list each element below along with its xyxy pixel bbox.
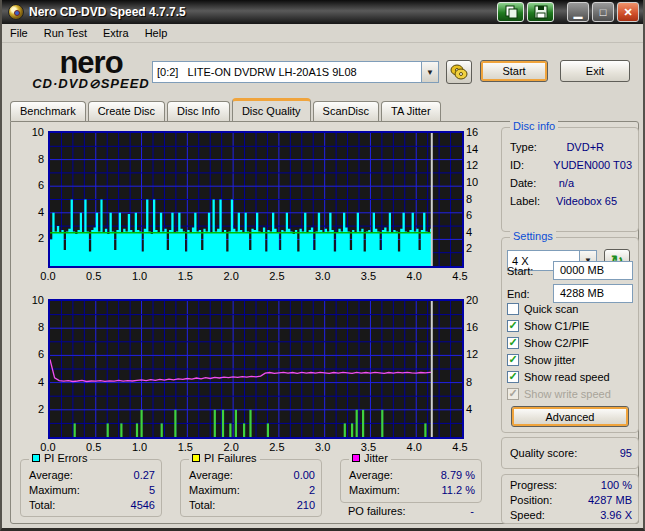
disc-type-row: Type:DVD+R <box>510 141 632 153</box>
checkbox-label: Show C2/PIF <box>524 337 589 349</box>
menu-file[interactable]: File <box>2 25 36 41</box>
checkbox-label: Show write speed <box>524 388 611 400</box>
pi-errors-stats-group: PI Errors Average:0.27 Maximum:5 Total:4… <box>20 459 162 517</box>
jitter-stats-group: Jitter Average:8.79 % Maximum:11.2 % <box>340 459 482 503</box>
y-axis-right-tick: 16 <box>466 126 486 138</box>
checkbox-box[interactable]: ✓ <box>507 354 519 366</box>
tab-ta-jitter[interactable]: TA Jitter <box>381 101 441 121</box>
chevron-down-icon[interactable]: ▼ <box>421 62 438 82</box>
checkbox-box: ✓ <box>507 388 519 400</box>
minimize-button[interactable]: ▁ <box>567 2 589 22</box>
x-axis-tick: 4.5 <box>450 441 470 453</box>
y-axis-right-tick: 4 <box>466 403 486 415</box>
x-axis-tick: 3.0 <box>313 270 333 282</box>
x-axis-tick: 0.0 <box>38 441 58 453</box>
chart-canvas <box>50 301 462 437</box>
x-axis-tick: 2.5 <box>267 270 287 282</box>
disc-date-row: Date:n/a <box>510 177 632 189</box>
y-axis-right-tick: 8 <box>466 376 486 388</box>
x-axis-tick: 2.0 <box>221 270 241 282</box>
disc-id-row: ID:YUDEN000 T03 <box>510 159 632 171</box>
x-axis-tick: 2.5 <box>267 441 287 453</box>
save-icon <box>534 5 548 19</box>
y-axis-right-tick: 8 <box>466 193 486 205</box>
pi-failures-stats-group: PI Failures Average:0.00 Maximum:2 Total… <box>180 459 322 517</box>
speed-row: Speed:3.96 X <box>510 509 632 521</box>
exit-button[interactable]: Exit <box>560 60 630 82</box>
checkbox-box[interactable] <box>507 303 519 315</box>
copy-icon <box>504 5 518 19</box>
menu-extra[interactable]: Extra <box>95 25 137 41</box>
jitter-caption: Jitter <box>364 452 388 464</box>
y-axis-left-tick: 8 <box>24 321 44 333</box>
start-button[interactable]: Start <box>480 60 548 82</box>
y-axis-right-tick: 16 <box>466 321 486 333</box>
x-axis-tick: 3.5 <box>358 270 378 282</box>
menu-bar: File Run Test Extra Help <box>2 24 643 43</box>
drive-select-value: [0:2] LITE-ON DVDRW LH-20A1S 9L08 <box>153 66 421 78</box>
advanced-button[interactable]: Advanced <box>511 406 629 427</box>
tab-benchmark[interactable]: Benchmark <box>10 101 86 121</box>
y-axis-right-tick: 10 <box>466 176 486 188</box>
x-axis-tick: 4.5 <box>450 270 470 282</box>
settings-checkbox-list: Quick scan✓Show C1/PIE✓Show C2/PIF✓Show … <box>507 300 635 402</box>
maximize-button[interactable]: □ <box>592 2 614 22</box>
checkbox-label: Quick scan <box>524 303 578 315</box>
save-button[interactable] <box>527 2 554 22</box>
checkbox-show-read-speed[interactable]: ✓Show read speed <box>507 368 635 385</box>
y-axis-left-tick: 4 <box>24 206 44 218</box>
checkbox-box[interactable]: ✓ <box>507 337 519 349</box>
tab-disc-quality[interactable]: Disc Quality <box>232 98 311 121</box>
eject-button[interactable] <box>446 60 472 84</box>
pi-failures-caption: PI Failures <box>204 452 257 464</box>
checkbox-label: Show read speed <box>524 371 610 383</box>
y-axis-right-tick: 12 <box>466 348 486 360</box>
checkbox-show-c1-pie[interactable]: ✓Show C1/PIE <box>507 317 635 334</box>
pi-failures-legend-swatch <box>192 454 200 462</box>
end-field-label: End: <box>507 288 530 300</box>
tab-disc-info[interactable]: Disc Info <box>167 101 230 121</box>
start-field-label: Start: <box>507 265 533 277</box>
checkbox-box[interactable]: ✓ <box>507 371 519 383</box>
y-axis-left-tick: 2 <box>24 403 44 415</box>
checkbox-box[interactable]: ✓ <box>507 320 519 332</box>
quality-score-group: Quality score:95 <box>501 437 639 469</box>
x-axis-tick: 4.0 <box>404 270 424 282</box>
menu-run-test[interactable]: Run Test <box>36 25 95 41</box>
app-window: Nero CD-DVD Speed 4.7.7.5 ▁ □ ✕ File Run… <box>0 0 645 531</box>
checkbox-show-c2-pif[interactable]: ✓Show C2/PIF <box>507 334 635 351</box>
start-position-field[interactable]: 0000 MB <box>553 261 633 280</box>
pi-failures-jitter-chart <box>48 299 464 439</box>
title-bar: Nero CD-DVD Speed 4.7.7.5 ▁ □ ✕ <box>2 0 643 24</box>
tab-scandisc[interactable]: ScanDisc <box>313 101 379 121</box>
y-axis-left-tick: 10 <box>24 294 44 306</box>
y-axis-right-tick: 4 <box>466 226 486 238</box>
x-axis-tick: 1.0 <box>130 270 150 282</box>
checkbox-show-write-speed: ✓Show write speed <box>507 385 635 402</box>
y-axis-left-tick: 8 <box>24 153 44 165</box>
x-axis-tick: 1.5 <box>175 441 195 453</box>
nero-logo-wordmark: nero <box>16 50 166 76</box>
y-axis-left-tick: 6 <box>24 179 44 191</box>
nero-logo: nero CD·DVD⊘SPEED <box>16 50 166 91</box>
menu-help[interactable]: Help <box>137 25 176 41</box>
disc-eject-icon <box>450 64 468 80</box>
close-button[interactable]: ✕ <box>617 2 639 22</box>
window-title: Nero CD-DVD Speed 4.7.7.5 <box>29 5 494 19</box>
x-axis-tick: 1.0 <box>130 441 150 453</box>
settings-caption: Settings <box>510 230 556 242</box>
checkbox-show-jitter[interactable]: ✓Show jitter <box>507 351 635 368</box>
pi-errors-legend-swatch <box>32 454 40 462</box>
drive-select[interactable]: [0:2] LITE-ON DVDRW LH-20A1S 9L08 ▼ <box>152 61 439 83</box>
jitter-legend-swatch <box>352 454 360 462</box>
checkbox-quick-scan[interactable]: Quick scan <box>507 300 635 317</box>
position-row: Position:4287 MB <box>510 494 632 506</box>
po-failures-row: PO failures:- <box>348 505 474 517</box>
pi-errors-chart <box>48 131 464 268</box>
copy-button[interactable] <box>497 2 524 22</box>
nero-logo-subtitle: CD·DVD⊘SPEED <box>16 76 166 91</box>
checkbox-label: Show C1/PIE <box>524 320 589 332</box>
tab-create-disc[interactable]: Create Disc <box>88 101 165 121</box>
y-axis-right-tick: 6 <box>466 209 486 221</box>
y-axis-left-tick: 10 <box>24 126 44 138</box>
